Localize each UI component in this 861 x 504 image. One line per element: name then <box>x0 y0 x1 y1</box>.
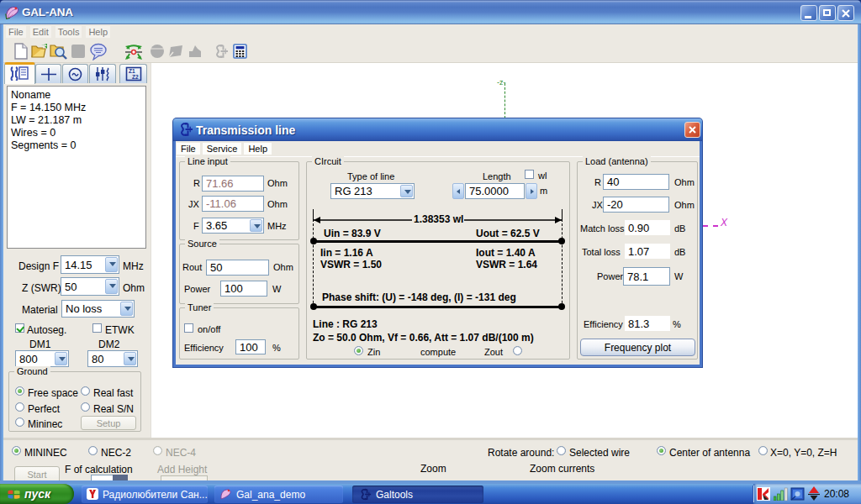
svg-text:Z2: Z2 <box>132 74 139 80</box>
svg-text:Z1: Z1 <box>129 68 135 74</box>
